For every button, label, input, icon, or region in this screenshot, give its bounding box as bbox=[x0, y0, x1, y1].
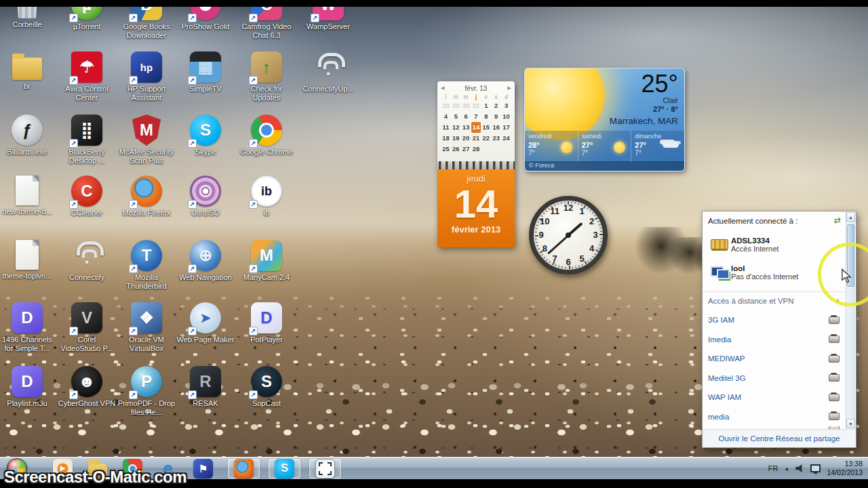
calendar-day-cell[interactable]: 23 bbox=[491, 133, 501, 144]
calendar-day-cell[interactable]: 9 bbox=[491, 111, 501, 122]
desktop-icon-resak[interactable]: R↗RESAK bbox=[176, 366, 235, 408]
desktop-icon-hp-support[interactable]: hp↗HP Support Assistant bbox=[117, 52, 176, 102]
desktop-icon-billiards[interactable]: ƒBilliards.exe bbox=[0, 115, 56, 157]
desktop-icon-potplayer[interactable]: D↗PotPlayer bbox=[237, 302, 296, 344]
scroll-up-icon[interactable]: ▲ bbox=[846, 212, 855, 222]
channels-1496-icon: D bbox=[12, 302, 43, 333]
calendar-day-cell[interactable]: 16 bbox=[491, 122, 501, 133]
desktop-icon-chrome[interactable]: ↗Google Chrome bbox=[237, 115, 296, 157]
calendar-day-cell[interactable]: 26 bbox=[451, 144, 461, 155]
desktop-icon-firefox[interactable]: ↗Mozilla Firefox bbox=[117, 176, 176, 218]
clock-tick bbox=[597, 221, 599, 222]
taskbar-button-skype-running[interactable]: S bbox=[269, 459, 300, 479]
clock-numeral: 10 bbox=[539, 216, 550, 227]
desktop-icon-playlist-m3u[interactable]: DPlaylist.m3u bbox=[0, 366, 56, 408]
calendar-day-cell[interactable]: 12 bbox=[451, 122, 461, 133]
calendar-day-cell[interactable] bbox=[491, 144, 501, 155]
calendar-day-cell[interactable]: 27 bbox=[461, 144, 471, 155]
desktop-icon-connectify[interactable]: ●Connectify bbox=[58, 240, 116, 282]
desktop-icon-virtualbox[interactable]: ❖↗Oracle VM VirtualBox bbox=[117, 302, 176, 353]
calendar-day-cell[interactable]: 15 bbox=[481, 122, 491, 133]
refresh-connections-icon[interactable]: ⇄ bbox=[834, 216, 841, 225]
shortcut-arrow-icon: ↗ bbox=[69, 327, 78, 336]
taskbar-button-screen-capture-region[interactable] bbox=[309, 459, 341, 479]
calendar-day-cell[interactable]: 14 bbox=[471, 122, 481, 133]
desktop-icon-ib[interactable]: ib↗ib bbox=[237, 176, 296, 218]
desktop-icon-manycam[interactable]: M↗ManyCam 2.4 bbox=[237, 240, 296, 282]
open-network-center-link[interactable]: Ouvrir le Centre Réseau et partage bbox=[719, 434, 840, 443]
sun-icon bbox=[614, 142, 625, 153]
clock-tick bbox=[599, 228, 601, 229]
calendar-day-cell[interactable]: 6 bbox=[461, 111, 471, 122]
desktop-icon-mcafee[interactable]: M↗McAfee Security Scan Plus bbox=[117, 115, 176, 165]
desktop-icon-blackberry[interactable]: ⣿↗BlackBerry Desktop ... bbox=[58, 115, 116, 165]
speaker-icon[interactable] bbox=[795, 464, 804, 472]
desktop-icon-theme-top-doc[interactable]: theme-toplvn... bbox=[0, 240, 56, 281]
vpn-item[interactable]: MEDIWAP bbox=[708, 349, 845, 369]
desktop-icon-ccleaner[interactable]: C↗CCleaner bbox=[58, 176, 116, 218]
vpn-item[interactable]: media bbox=[708, 407, 845, 427]
weather-gadget[interactable]: 25° Clair 27° · 8° Marrakech, MAR vendre… bbox=[524, 68, 685, 171]
calendar-day-cell[interactable] bbox=[501, 144, 511, 155]
clock-gadget[interactable]: 123456789101112 bbox=[529, 196, 608, 274]
desktop-icon-sopcast[interactable]: S↗SopCast bbox=[237, 366, 296, 408]
ultraiso-icon: ↗ bbox=[190, 176, 221, 207]
clock-numeral: 6 bbox=[563, 257, 574, 268]
desktop-icon-web-page-maker[interactable]: ➤↗Web Page Maker bbox=[176, 302, 235, 344]
calendar-day-cell[interactable]: 4 bbox=[441, 111, 451, 122]
calendar-day-cell[interactable]: 19 bbox=[451, 133, 461, 144]
connection-item[interactable]: ADSL3334Accès Internet bbox=[708, 230, 841, 258]
calendar-day-cell[interactable]: 10 bbox=[501, 111, 511, 122]
calendar-day-cell[interactable]: 28 bbox=[441, 100, 451, 111]
calendar-day-cell[interactable]: 1 bbox=[481, 100, 491, 111]
calendar-gadget[interactable]: ◀ févr. 13 ▶ lmmjvsd 2829303112345678910… bbox=[437, 81, 515, 247]
taskbar-button-firefox-running[interactable] bbox=[228, 459, 260, 479]
desktop-icon-primopdf[interactable]: P↗PrimoPDF - Drop files He... bbox=[117, 366, 176, 417]
taskbar-clock[interactable]: 13:38 14/02/2013 bbox=[827, 460, 863, 477]
calendar-day-cell[interactable]: 31 bbox=[471, 100, 481, 111]
vpn-item[interactable]: WAP IAM bbox=[708, 388, 845, 407]
desktop-icon-simpletv[interactable]: ▦↗SimpleTV bbox=[176, 52, 235, 94]
calendar-day-cell[interactable]: 18 bbox=[441, 133, 451, 144]
scroll-down-icon[interactable]: ▼ bbox=[846, 419, 855, 428]
calendar-day-cell[interactable]: 3 bbox=[501, 100, 511, 111]
desktop-icon-thunderbird[interactable]: T↗Mozilla Thunderbird bbox=[117, 240, 176, 291]
vpn-item[interactable]: 3G IAM bbox=[708, 310, 845, 330]
calendar-day-cell[interactable]: 7 bbox=[471, 111, 481, 122]
desktop-icon-br-folder[interactable]: br bbox=[0, 52, 56, 91]
desktop-icon-channels-1496[interactable]: D1496 Channels for Simple T... bbox=[0, 302, 56, 353]
vpn-item[interactable]: Meditel 3G bbox=[708, 369, 845, 388]
calendar-day-cell[interactable] bbox=[481, 144, 491, 155]
hidden-icons-chevron-icon[interactable]: ▲ bbox=[785, 466, 790, 472]
calendar-day-cell[interactable]: 11 bbox=[441, 122, 451, 133]
calendar-day-cell[interactable]: 22 bbox=[481, 133, 491, 144]
calendar-day-cell[interactable]: 25 bbox=[441, 144, 451, 155]
calendar-day-cell[interactable]: 20 bbox=[461, 133, 471, 144]
calendar-day-cell[interactable]: 21 bbox=[471, 133, 481, 144]
calendar-day-cell[interactable]: 24 bbox=[501, 133, 511, 144]
desktop-icon-new-theme-doc[interactable]: new-theme-b... bbox=[0, 176, 56, 216]
desktop-icon-avira[interactable]: ☂↗Avira Control Center bbox=[58, 52, 116, 102]
shortcut-arrow-icon: ↗ bbox=[311, 14, 319, 22]
desktop-icon-ultraiso[interactable]: ↗UltraISO bbox=[176, 176, 235, 218]
desktop-icon-web-navigation[interactable]: ⊕↗Web Navigation bbox=[176, 240, 235, 282]
calendar-day-cell[interactable]: 29 bbox=[451, 100, 461, 111]
desktop-icon-connectifyup[interactable]: ●ConnectifyUp... bbox=[299, 52, 357, 94]
desktop-icon-skype[interactable]: S↗Skype bbox=[176, 115, 235, 157]
calendar-day-cell[interactable]: 13 bbox=[461, 122, 471, 133]
taskbar-icon-flag-app[interactable]: ⚑ bbox=[193, 459, 213, 479]
desktop-icon-check-updates[interactable]: ↑↗Check for Updates bbox=[237, 52, 296, 102]
calendar-day-cell[interactable]: 30 bbox=[461, 100, 471, 111]
calendar-day-cell[interactable]: 2 bbox=[491, 100, 501, 111]
calendar-prev-icon[interactable]: ◀ bbox=[441, 85, 444, 91]
language-indicator[interactable]: FR bbox=[768, 464, 778, 472]
network-status-icon[interactable] bbox=[810, 464, 821, 472]
calendar-day-cell[interactable]: 8 bbox=[481, 111, 491, 122]
calendar-day-cell[interactable]: 17 bbox=[501, 122, 511, 133]
calendar-day-cell[interactable]: 28 bbox=[471, 144, 481, 155]
vpn-item[interactable]: Imedia bbox=[708, 330, 845, 350]
desktop-icon-cyberghost[interactable]: ☻↗CyberGhost VPN bbox=[58, 366, 116, 408]
calendar-next-icon[interactable]: ▶ bbox=[508, 85, 511, 91]
calendar-day-cell[interactable]: 5 bbox=[451, 111, 461, 122]
desktop-icon-corel-videostudio[interactable]: V↗Corel VideoStudio P... bbox=[58, 302, 116, 353]
